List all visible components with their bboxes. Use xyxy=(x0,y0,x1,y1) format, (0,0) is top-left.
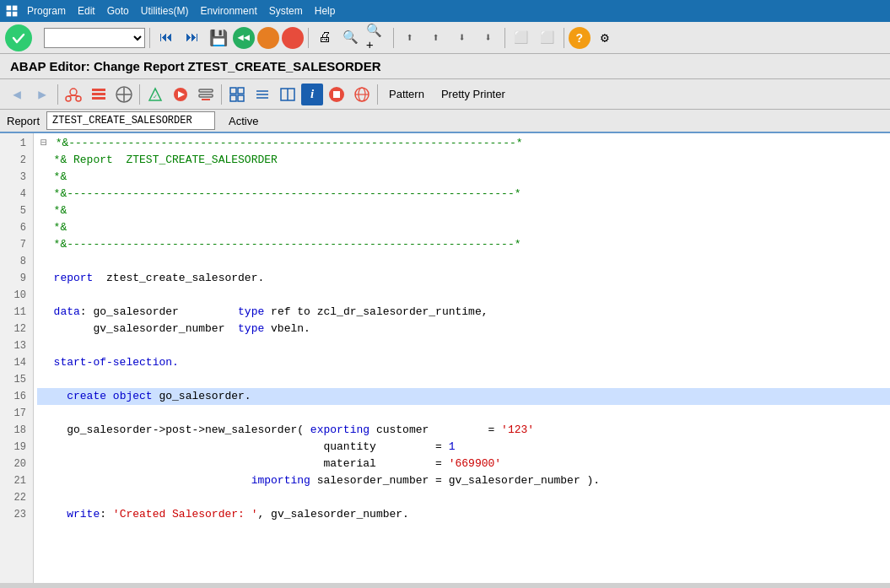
line-number: 5 xyxy=(0,202,33,219)
code-line[interactable]: report ztest_create_salesorder. xyxy=(37,270,890,287)
code-token xyxy=(54,474,251,487)
info-button[interactable]: i xyxy=(301,84,323,105)
code-area[interactable]: ⊟ *&------------------------------------… xyxy=(34,133,890,583)
menu-system[interactable]: System xyxy=(264,3,308,19)
activate-editor-button[interactable] xyxy=(169,83,192,106)
code-line[interactable] xyxy=(37,287,890,304)
code-token: *&--------------------------------------… xyxy=(56,137,523,149)
navigate-forward-button[interactable] xyxy=(225,83,249,106)
list-view-button[interactable] xyxy=(251,83,274,106)
svg-rect-3 xyxy=(13,12,18,17)
code-line[interactable]: data: go_salesorder type ref to zcl_dr_s… xyxy=(37,304,890,321)
nav-forward-button[interactable]: ⏭ xyxy=(181,26,204,50)
find-next-button[interactable]: 🔍+ xyxy=(365,26,389,50)
menu-goto[interactable]: Goto xyxy=(102,3,134,19)
close-window-button[interactable]: ⬜ xyxy=(536,26,559,50)
code-line[interactable]: *& Report ZTEST_CREATE_SALESORDER xyxy=(37,152,890,169)
page-title: ABAP Editor: Change Report ZTEST_CREATE_… xyxy=(10,59,380,73)
svg-rect-9 xyxy=(92,89,105,91)
syntax-check-button[interactable]: ✓ xyxy=(143,83,167,106)
code-line[interactable]: *& xyxy=(37,169,890,186)
title-bar: ABAP Editor: Change Report ZTEST_CREATE_… xyxy=(0,54,890,79)
svg-rect-30 xyxy=(333,91,340,98)
code-token: type xyxy=(238,305,264,318)
code-token: *& Report ZTEST_CREATE_SALESORDER xyxy=(54,154,278,166)
code-token: quantity = xyxy=(54,440,449,453)
code-token: *& xyxy=(54,170,67,183)
menu-environment[interactable]: Environment xyxy=(195,3,262,19)
svg-line-8 xyxy=(73,95,78,96)
code-token: report xyxy=(54,272,94,284)
download-button[interactable]: ⬇ xyxy=(450,26,474,50)
help-button[interactable]: ? xyxy=(569,27,591,49)
new-window-button[interactable]: ⬜ xyxy=(510,26,533,50)
line-number: 4 xyxy=(0,186,33,202)
forward-arrow-button[interactable]: ▶ xyxy=(30,83,54,106)
code-line[interactable]: *&--------------------------------------… xyxy=(37,186,890,202)
code-line[interactable]: gv_salesorder_number type vbeln. xyxy=(37,321,890,337)
code-token: start-of-selection. xyxy=(54,356,179,369)
code-line[interactable]: quantity = 1 xyxy=(37,439,890,456)
code-line[interactable]: *&--------------------------------------… xyxy=(37,236,890,253)
browser-button[interactable] xyxy=(350,83,374,106)
code-line[interactable]: *& xyxy=(37,202,890,219)
pattern-button[interactable]: Pattern xyxy=(381,84,432,105)
execute-button[interactable] xyxy=(112,83,136,106)
save-button[interactable]: 💾 xyxy=(207,26,230,50)
line-number: 14 xyxy=(0,354,33,371)
svg-rect-11 xyxy=(92,97,105,100)
settings-button[interactable]: ⚙ xyxy=(593,26,617,50)
split-view-button[interactable] xyxy=(276,83,299,106)
activate-button[interactable] xyxy=(5,24,32,51)
menu-help[interactable]: Help xyxy=(310,3,341,19)
code-line[interactable]: go_salesorder->post->new_salesorder( exp… xyxy=(37,422,890,439)
pretty-printer-button[interactable]: Pretty Printer xyxy=(434,84,513,105)
fold-icon[interactable]: ⊟ xyxy=(40,137,54,149)
report-name-input[interactable] xyxy=(46,111,215,130)
code-line[interactable] xyxy=(37,371,890,388)
code-token: gv_salesorder_number xyxy=(54,322,238,335)
code-line[interactable] xyxy=(37,489,890,506)
cancel-button[interactable] xyxy=(282,27,304,49)
line-number: 2 xyxy=(0,152,33,169)
line-number: 18 xyxy=(0,422,33,439)
code-token: *& xyxy=(54,204,67,217)
code-line[interactable]: create object go_salesorder. xyxy=(37,388,890,405)
code-token: salesorder_number = gv_salesorder_number… xyxy=(310,474,600,487)
upload2-button[interactable]: ⬆ xyxy=(424,26,448,50)
code-line[interactable]: start-of-selection. xyxy=(37,354,890,371)
undo-button[interactable]: ◀◀ xyxy=(233,27,255,49)
back-arrow-button[interactable]: ◀ xyxy=(5,83,29,106)
upload-button[interactable]: ⬆ xyxy=(398,26,422,50)
code-line[interactable] xyxy=(37,405,890,422)
code-line[interactable] xyxy=(37,253,890,270)
command-input[interactable] xyxy=(44,28,145,48)
code-line[interactable] xyxy=(37,337,890,354)
sap-logo-icon[interactable] xyxy=(3,3,20,19)
code-token: data xyxy=(54,305,80,318)
download2-button[interactable]: ⬇ xyxy=(477,26,500,50)
object-list-button[interactable] xyxy=(87,83,111,106)
svg-line-7 xyxy=(68,95,73,96)
line-number: 1 xyxy=(0,135,33,152)
svg-point-5 xyxy=(66,96,71,101)
find-replace-button[interactable] xyxy=(194,83,218,106)
stop-button[interactable] xyxy=(257,27,279,49)
code-line[interactable]: material = '669900' xyxy=(37,456,890,472)
menu-utilities[interactable]: Utilities(M) xyxy=(136,3,194,19)
find-button[interactable]: 🔍 xyxy=(339,26,363,50)
code-line[interactable]: *& xyxy=(37,219,890,236)
nav-back-button[interactable]: ⏮ xyxy=(154,26,178,50)
stop2-button[interactable] xyxy=(325,83,348,106)
where-used-button[interactable] xyxy=(62,83,85,106)
svg-rect-1 xyxy=(13,6,18,11)
menu-edit[interactable]: Edit xyxy=(73,3,100,19)
menu-program[interactable]: Program xyxy=(22,3,71,19)
code-line[interactable]: ⊟ *&------------------------------------… xyxy=(37,135,890,152)
code-line[interactable]: importing salesorder_number = gv_salesor… xyxy=(37,472,890,489)
code-token: , gv_salesorder_number. xyxy=(257,508,408,521)
print-button[interactable]: 🖨 xyxy=(313,26,337,50)
code-token: ztest_create_salesorder. xyxy=(93,272,264,284)
line-number: 10 xyxy=(0,287,33,304)
code-line[interactable]: write: 'Created Salesorder: ', gv_saleso… xyxy=(37,506,890,523)
